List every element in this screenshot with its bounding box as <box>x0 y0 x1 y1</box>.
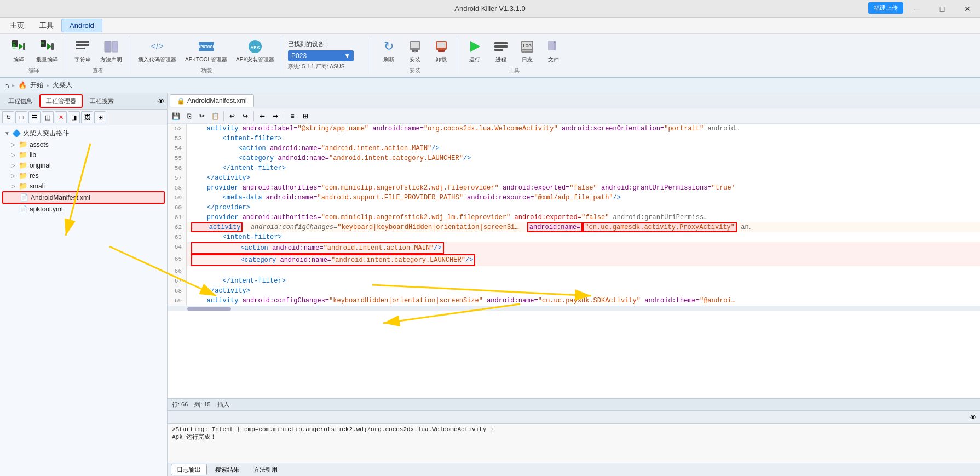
line-num-60: 60 <box>168 203 187 213</box>
et-forward-btn[interactable]: ➡ <box>269 111 281 122</box>
et-save-btn[interactable]: 💾 <box>170 111 182 122</box>
minimize-button[interactable]: ─ <box>904 0 930 18</box>
bc-separator2: ▸ <box>47 82 49 88</box>
pt-delete-btn[interactable]: ✕ <box>55 111 67 123</box>
tree-item-manifest[interactable]: 📄 AndroidManifest.xml <box>2 191 165 204</box>
bc-item-start[interactable]: 开始 <box>30 81 43 90</box>
status-mode: 插入 <box>217 400 229 409</box>
svg-rect-15 <box>112 41 118 52</box>
process-button[interactable]: 进程 <box>489 36 513 66</box>
eye-icon[interactable]: 👁 <box>157 97 165 106</box>
line-num-54: 54 <box>168 144 187 153</box>
tree-label-lib: lib <box>30 151 36 159</box>
close-button[interactable]: ✕ <box>955 0 980 18</box>
maximize-button[interactable]: □ <box>930 0 955 18</box>
tab-project-search[interactable]: 工程搜索 <box>84 95 120 107</box>
view-group-label: 查看 <box>93 66 103 74</box>
refresh-button[interactable]: ↻ 刷新 <box>377 36 401 66</box>
tab-project-info[interactable]: 工程信息 <box>2 95 38 107</box>
title-bar: Android Killer V1.3.1.0 福建上传 ─ □ ✕ <box>0 0 980 18</box>
menu-android[interactable]: Android <box>61 19 102 32</box>
code-line-61: 61 provider android:authorities="com.min… <box>168 213 980 222</box>
et-copy-btn[interactable]: ⎘ <box>183 111 195 122</box>
bc-item-matchman[interactable]: 火柴人 <box>53 81 72 90</box>
apk-install-button[interactable]: APK APK安装管理器 <box>233 36 278 66</box>
toolbar: 01 10 01 01 编译 01 <box>0 34 980 78</box>
line-content-63: <intent-filter> <box>187 232 980 242</box>
et-back-btn[interactable]: ⬅ <box>256 111 268 122</box>
code-line-53: 53 <intent-filter> <box>168 134 980 144</box>
horizontal-scroll[interactable] <box>168 306 980 311</box>
editor-toolbar: 💾 ⎘ ✂ 📋 ↩ ↪ ⬅ ➡ ≡ ⊞ <box>168 108 980 124</box>
tree-expand-root: ▼ <box>4 130 12 136</box>
code-line-69: 69 activity android:configChanges="keybo… <box>168 296 980 306</box>
editor-tab-bar: 🔒 AndroidManifest.xml <box>168 93 980 108</box>
file-icon <box>545 38 562 55</box>
batch-compile-button[interactable]: 01 批量编译 <box>33 36 61 66</box>
pt-panel-btn[interactable]: ◨ <box>68 111 80 123</box>
home-icon[interactable]: ⌂ <box>4 81 9 90</box>
tree-label-assets: assets <box>30 141 49 148</box>
method-label: 方法声明 <box>100 56 122 64</box>
device-select[interactable]: P023 ▼ <box>288 50 354 61</box>
line-content-60: </provider> <box>187 203 980 213</box>
svg-rect-37 <box>548 41 554 50</box>
svg-rect-28 <box>494 42 508 44</box>
baidu-upload-button[interactable]: 福建上传 <box>868 2 903 14</box>
code-line-59: 59 <meta-data android:name="android.supp… <box>168 193 980 203</box>
tree-item-smali[interactable]: ▷ 📁 smali <box>2 181 165 191</box>
refresh-label: 刷新 <box>383 56 394 64</box>
compile-button[interactable]: 01 10 01 01 编译 <box>7 36 31 66</box>
code-editor[interactable]: 52 activity android:label="@string/app_n… <box>168 124 980 398</box>
et-undo-btn[interactable]: ↩ <box>226 111 238 122</box>
tree-item-res[interactable]: ▷ 📁 res <box>2 170 165 181</box>
pt-grid-btn[interactable]: ⊞ <box>94 111 106 123</box>
refresh-icon: ↻ <box>381 38 397 55</box>
line-num-68: 68 <box>168 286 187 296</box>
editor-tab-manifest[interactable]: 🔒 AndroidManifest.xml <box>170 94 254 107</box>
et-redo-btn[interactable]: ↪ <box>239 111 251 122</box>
menu-home[interactable]: 主页 <box>2 19 32 33</box>
et-paste-btn[interactable]: 📋 <box>209 111 221 122</box>
log-button[interactable]: LOG 日志 <box>515 36 539 66</box>
string-button[interactable]: 字符串 <box>71 36 95 66</box>
tree-item-original[interactable]: ▷ 📁 original <box>2 160 165 170</box>
pt-image-btn[interactable]: 🖼 <box>81 111 93 123</box>
log-tab-search[interactable]: 搜索结果 <box>209 464 245 475</box>
uninstall-button[interactable]: 卸载 <box>429 36 453 66</box>
tree-item-assets[interactable]: ▷ 📁 assets <box>2 139 165 150</box>
log-eye-icon[interactable]: 👁 <box>969 413 977 422</box>
pt-list-btn[interactable]: ☰ <box>28 111 41 123</box>
run-button[interactable]: 运行 <box>463 36 487 66</box>
tab-project-manager[interactable]: 工程管理器 <box>39 94 83 108</box>
file-button[interactable]: 文件 <box>541 36 566 66</box>
tree-item-apktool[interactable]: 📄 apktool.yml <box>2 204 165 214</box>
log-tab-output[interactable]: 日志输出 <box>171 464 207 475</box>
svg-marker-9 <box>47 43 51 50</box>
apktool-button[interactable]: APKTOOL APKTOOL管理器 <box>182 36 230 66</box>
line-content-66 <box>187 266 980 276</box>
folder-res-icon: 📁 <box>19 171 27 180</box>
device-name: P023 <box>291 52 307 60</box>
svg-text:APK: APK <box>251 45 260 50</box>
log-tab-method[interactable]: 方法引用 <box>247 464 284 475</box>
pt-folder-btn[interactable]: □ <box>15 111 27 123</box>
svg-rect-26 <box>438 50 445 52</box>
menu-tools[interactable]: 工具 <box>32 19 61 33</box>
line-num-55: 55 <box>168 153 187 163</box>
tree-item-lib[interactable]: ▷ 📁 lib <box>2 150 165 160</box>
line-num-53: 53 <box>168 134 187 144</box>
insert-code-button[interactable]: </> 插入代码管理器 <box>135 36 180 66</box>
pt-split-btn[interactable]: ◫ <box>42 111 54 123</box>
method-button[interactable]: 方法声明 <box>97 36 125 66</box>
tree-root[interactable]: ▼ 🔷 火柴人突击格斗 <box>2 128 165 139</box>
line-num-61: 61 <box>168 213 187 222</box>
et-extra-btn[interactable]: ⊞ <box>299 111 312 122</box>
svg-point-23 <box>414 51 416 53</box>
install-buttons: ↻ 刷新 安装 <box>377 36 453 66</box>
et-cut-btn[interactable]: ✂ <box>196 111 208 122</box>
install-button[interactable]: 安装 <box>403 36 427 66</box>
et-format-btn[interactable]: ≡ <box>286 111 298 122</box>
pt-refresh-btn[interactable]: ↻ <box>2 111 14 123</box>
line-content-53: <intent-filter> <box>187 134 980 144</box>
